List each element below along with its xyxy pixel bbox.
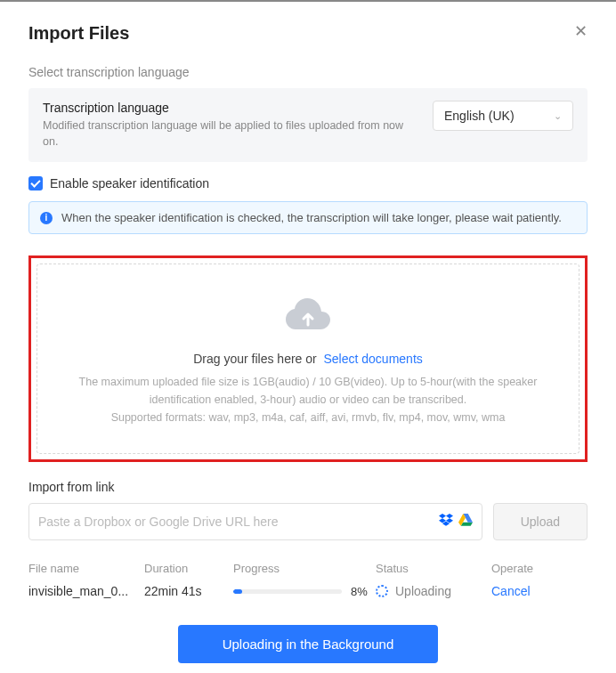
dropzone-help-2: Supported formats: wav, mp3, m4a, caf, a… <box>52 409 564 426</box>
uploads-table: File name Duration Progress Status Opera… <box>28 562 588 598</box>
service-icons <box>439 514 473 530</box>
progress-bar <box>233 589 342 594</box>
upload-link-button[interactable]: Upload <box>493 503 588 540</box>
th-filename: File name <box>28 562 144 575</box>
language-title: Transcription language <box>43 101 420 115</box>
table-header: File name Duration Progress Status Opera… <box>28 562 588 575</box>
th-operate: Operate <box>491 562 563 575</box>
close-icon: ✕ <box>574 22 588 40</box>
file-dropzone[interactable]: Drag your files here or Select documents… <box>36 264 580 454</box>
cell-filename: invisible_man_0... <box>28 584 144 598</box>
language-section-label: Select transcription language <box>28 65 588 79</box>
status-text: Uploading <box>395 584 451 598</box>
link-input-wrap <box>28 503 482 540</box>
speaker-info-banner: i When the speaker identification is che… <box>28 201 588 234</box>
import-link-label: Import from link <box>28 480 588 494</box>
speaker-id-row: Enable speaker identification <box>28 176 588 191</box>
language-box: Transcription language Modified transcri… <box>28 88 588 162</box>
chevron-down-icon: ⌄ <box>554 110 562 122</box>
cell-duration: 22min 41s <box>144 584 233 598</box>
cell-status: Uploading <box>376 584 491 598</box>
th-progress: Progress <box>233 562 376 575</box>
language-selected-value: English (UK) <box>444 109 515 123</box>
dropzone-highlight: Drag your files here or Select documents… <box>28 255 588 462</box>
cell-operate: Cancel <box>491 584 563 598</box>
th-status: Status <box>376 562 491 575</box>
speaker-id-checkbox[interactable] <box>28 176 43 191</box>
cancel-link[interactable]: Cancel <box>491 584 531 598</box>
cell-progress: 8% <box>233 585 376 598</box>
dropzone-help-1: The maximum uploaded file size is 1GB(au… <box>52 373 564 409</box>
close-button[interactable]: ✕ <box>574 23 588 39</box>
link-url-input[interactable] <box>38 515 439 529</box>
language-description: Transcription language Modified transcri… <box>43 101 433 150</box>
import-files-modal: Import Files ✕ Select transcription lang… <box>0 2 616 673</box>
cloud-upload-icon <box>285 296 331 336</box>
speaker-id-label: Enable speaker identification <box>50 176 209 191</box>
modal-title: Import Files <box>28 23 588 44</box>
background-upload-button[interactable]: Uploading in the Background <box>178 625 439 663</box>
dropzone-main-text: Drag your files here or Select documents <box>52 352 564 366</box>
th-duration: Duration <box>144 562 233 575</box>
progress-fill <box>233 589 242 594</box>
language-subtitle: Modified transcription language will be … <box>43 118 420 150</box>
info-icon: i <box>40 212 53 224</box>
dropbox-icon <box>439 514 453 530</box>
language-select[interactable]: English (UK) ⌄ <box>433 101 573 131</box>
progress-percent: 8% <box>351 585 376 598</box>
speaker-info-text: When the speaker identification is check… <box>61 211 562 224</box>
import-link-row: Upload <box>28 503 588 540</box>
google-drive-icon <box>458 514 473 530</box>
spinner-icon <box>376 585 388 597</box>
table-row: invisible_man_0... 22min 41s 8% Uploadin… <box>28 584 588 598</box>
select-documents-link[interactable]: Select documents <box>324 352 423 366</box>
